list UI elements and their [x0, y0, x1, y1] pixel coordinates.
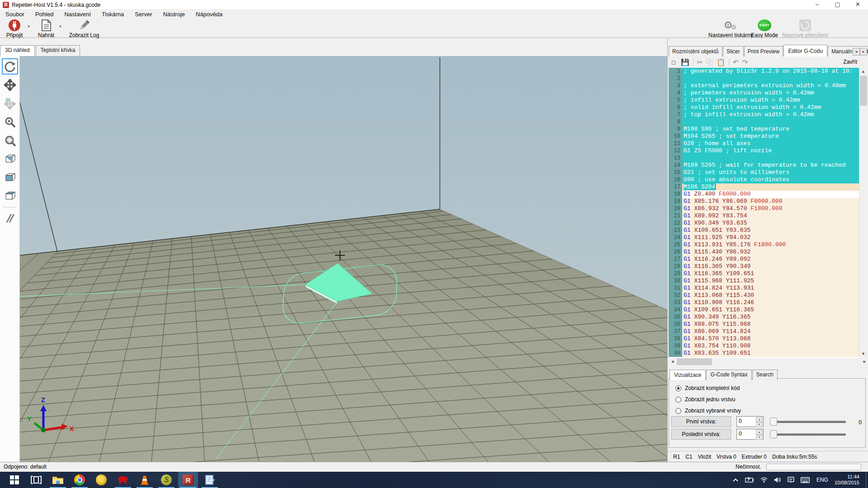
gcode-line[interactable]: 36G1 X88.075 Y115.968	[669, 321, 860, 328]
first-layer-spinner[interactable]: 0 ▲▼	[736, 416, 764, 427]
taskbar-slic3r[interactable]: S	[156, 472, 176, 488]
gcode-line[interactable]: 25G1 X113.931 Y85.176 F1800.000	[669, 241, 860, 249]
taskbar-start[interactable]	[5, 472, 24, 488]
rotate-view-icon[interactable]	[2, 58, 18, 75]
tab-scroll-right[interactable]: ►	[860, 48, 867, 56]
spin-down-icon[interactable]: ▼	[756, 422, 763, 427]
hscroll-thumb[interactable]	[677, 358, 712, 365]
printer-settings-button[interactable]: ⚙⚙ Nastavení tiskárny	[708, 19, 752, 38]
spin-up-icon[interactable]: ▲	[756, 430, 763, 435]
gcode-line[interactable]: 39G1 X83.754 Y110.908	[669, 343, 860, 350]
gcode-line[interactable]: 35G1 X90.349 Y116.365	[669, 314, 860, 321]
gcode-line[interactable]: 8	[669, 118, 860, 126]
3d-canvas[interactable]: Z X Y	[20, 56, 667, 462]
wifi-icon[interactable]	[760, 477, 768, 483]
maximize-button[interactable]: ▢	[827, 0, 848, 10]
keyboard-icon[interactable]	[801, 477, 810, 483]
clock[interactable]: 11:44 10/08/2015	[835, 474, 859, 486]
load-button[interactable]: Nahrát	[35, 19, 57, 38]
gcode-line[interactable]: 32G1 X113.068 Y115.430	[669, 292, 860, 299]
front-view-icon[interactable]	[2, 169, 18, 186]
emergency-stop-button[interactable]: Nouzové přerušení	[780, 19, 830, 38]
gcode-line[interactable]: 21G1 X89.092 Y83.754	[669, 212, 860, 220]
vscroll-thumb[interactable]	[860, 76, 867, 106]
gcode-line[interactable]: 33G1 X110.908 Y116.246	[669, 299, 860, 306]
paste-icon[interactable]: 📋	[717, 58, 725, 67]
taskbar-task-view[interactable]	[26, 472, 46, 488]
gcode-line[interactable]: 18G1 Z0.400 F6000.000	[669, 191, 860, 198]
connect-button[interactable]: Připojit	[3, 19, 26, 38]
battery-icon[interactable]	[745, 477, 754, 483]
tab-rozmístění-objektů[interactable]: Rozmístění objektů	[669, 46, 722, 56]
gcode-line[interactable]: 5; infill extrusion width = 0.42mm	[669, 97, 860, 104]
menu-item-server[interactable]: Server	[129, 10, 157, 19]
tab-print-preview[interactable]: Print Preview	[744, 46, 783, 56]
tab-teplotní-křivka[interactable]: Teplotní křivka	[36, 45, 80, 56]
volume-icon[interactable]	[774, 477, 781, 483]
easy-mode-button[interactable]: EASY Easy Mode	[750, 19, 778, 38]
gcode-editor[interactable]: 1; generated by Slic3r 1.2.9 on 2015-08-…	[669, 68, 860, 358]
gcode-line[interactable]: 15G21 ; set units to millimeters	[669, 169, 860, 176]
first-layer-slider[interactable]	[770, 417, 846, 426]
gcode-line[interactable]: 22G1 X90.349 Y83.635	[669, 220, 860, 227]
taskbar-file-explorer[interactable]	[48, 472, 68, 488]
taskbar-repetier-host[interactable]: R	[178, 472, 198, 488]
tab-vizualizace[interactable]: Vizualizace	[670, 370, 706, 380]
spin-up-icon[interactable]: ▲	[756, 417, 763, 422]
gcode-line[interactable]: 2	[669, 75, 860, 82]
gcode-line[interactable]: 23G1 X109.651 Y83.635	[669, 227, 860, 234]
scroll-left-icon[interactable]: ◄	[669, 358, 676, 366]
gcode-line[interactable]: 17M106 S204	[669, 183, 860, 191]
tab-editor-g-codu[interactable]: Editor G-Codu	[783, 45, 827, 56]
tab-slicer[interactable]: Slicer	[723, 46, 744, 56]
gcode-line[interactable]: 13	[669, 155, 860, 162]
taskbar-gold-app[interactable]	[91, 472, 111, 488]
copy-icon[interactable]: ⿻	[706, 58, 713, 67]
redo-icon[interactable]: ↷	[742, 58, 748, 67]
menu-item-pohled[interactable]: Pohled	[30, 10, 59, 19]
last-layer-slider[interactable]	[770, 430, 846, 439]
gcode-line[interactable]: 38G1 X84.570 Y113.068	[669, 335, 860, 343]
chevron-up-icon[interactable]	[732, 478, 739, 482]
gcode-line[interactable]: 16G90 ; use absolute coordinates	[669, 176, 860, 183]
fit-view-icon[interactable]	[2, 132, 18, 149]
gcode-line[interactable]: 28G1 X116.365 Y90.349	[669, 263, 860, 270]
scroll-up-icon[interactable]: ▲	[859, 68, 867, 75]
last-layer-button[interactable]: Poslední vrstva:	[671, 429, 731, 440]
gcode-line[interactable]: 27G1 X116.246 Y89.092	[669, 256, 860, 263]
taskbar-vlc[interactable]	[135, 472, 155, 488]
gcode-line[interactable]: 12G1 Z5 F5000 ; lift nozzle	[669, 147, 860, 155]
undo-icon[interactable]: ↶	[733, 58, 739, 67]
tab-search[interactable]: Search	[752, 370, 778, 380]
gcode-line[interactable]: 7; top infill extrusion width = 0.42mm	[669, 111, 860, 118]
parallel-projection-icon[interactable]	[2, 210, 18, 226]
radio-zobrazit-kompletní-kód[interactable]: Zobrazit kompletní kód	[675, 385, 865, 392]
radio-button[interactable]	[675, 397, 681, 403]
taskbar-red-dog-app[interactable]	[113, 472, 133, 488]
gcode-line[interactable]: 10M104 S265 ; set temperature	[669, 133, 860, 140]
gcode-line[interactable]: 4; perimeters extrusion width = 0.42mm	[669, 89, 860, 97]
isometric-view-icon[interactable]	[2, 151, 18, 167]
gcode-line[interactable]: 31G1 X114.824 Y113.931	[669, 285, 860, 292]
gcode-line[interactable]: 6; solid infill extrusion width = 0.42mm	[669, 104, 860, 111]
spin-down-icon[interactable]: ▼	[756, 435, 763, 440]
gcode-line[interactable]: 11G28 ; home all axes	[669, 140, 860, 147]
radio-button[interactable]	[675, 408, 681, 414]
gcode-line[interactable]: 34G1 X109.651 Y116.365	[669, 306, 860, 314]
menu-item-nstroje[interactable]: Nástroje	[158, 10, 190, 19]
editor-vscrollbar[interactable]: ▲ ▼	[859, 68, 867, 358]
gcode-line[interactable]: 40G1 X83.635 Y109.651	[669, 350, 860, 357]
radio-button[interactable]	[675, 385, 681, 391]
last-layer-spinner[interactable]: 0 ▲▼	[736, 429, 764, 440]
move-view-icon[interactable]	[2, 77, 18, 93]
zoom-in-icon[interactable]	[2, 114, 18, 130]
menu-item-soubor[interactable]: Soubor	[0, 10, 30, 19]
taskbar-chrome[interactable]	[70, 472, 90, 488]
connect-dropdown[interactable]: ▼	[27, 25, 30, 28]
scroll-down-icon[interactable]: ▼	[859, 350, 867, 358]
editor-hscrollbar[interactable]: ◄ ►	[669, 358, 868, 366]
show-desktop-button[interactable]	[866, 472, 868, 488]
menu-item-tiskrna[interactable]: Tiskárna	[96, 10, 129, 19]
save-icon[interactable]: 💾	[681, 58, 689, 67]
load-dropdown[interactable]: ▼	[59, 25, 62, 28]
